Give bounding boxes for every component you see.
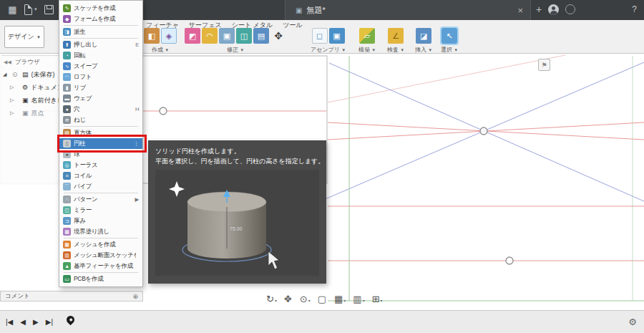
menu-item[interactable]: [64, 25, 138, 26]
job-status-icon[interactable]: [565, 4, 575, 14]
expander-icon[interactable]: ▷: [10, 110, 16, 116]
menu-item[interactable]: ⬆ 押し出し E: [59, 39, 142, 50]
menu-item[interactable]: ▮ リブ: [59, 82, 142, 93]
collapse-browser-icon[interactable]: ◀◀: [4, 59, 11, 65]
toolbar-group-label-inspect[interactable]: 検査 ▼: [387, 46, 404, 54]
menu-item-icon: ▭: [63, 275, 71, 283]
menu-item[interactable]: ▧ 直方体: [59, 127, 142, 138]
menu-item[interactable]: ▥ メッシュ断面スケッチを作成: [59, 250, 142, 261]
menu-item[interactable]: ◨ 派生: [59, 26, 142, 37]
menu-item-icon: ▩: [63, 228, 71, 236]
toolbar-button[interactable]: ◻: [312, 28, 328, 44]
fusion360-window: ▦ ▾ ▣ 無題* × + ? デザイン ▼ フィーチャ サーフェス シート メ…: [0, 0, 644, 333]
menu-item[interactable]: [64, 38, 138, 39]
toolbar-group-label-select[interactable]: 選択 ▼: [441, 46, 458, 54]
menu-item[interactable]: ▬ ウェブ: [59, 93, 142, 104]
menu-item[interactable]: ▩ 境界塗り潰し: [59, 226, 142, 237]
new-tab-icon[interactable]: +: [536, 4, 542, 15]
menu-item[interactable]: ∿ スイープ: [59, 61, 142, 72]
menu-item[interactable]: [64, 272, 138, 273]
app-launcher-icon[interactable]: ▦: [7, 4, 18, 15]
expander-icon[interactable]: ▷: [10, 85, 16, 90]
menu-item[interactable]: ▭ PCBを作成: [59, 274, 142, 284]
toolbar-button[interactable]: ◩: [185, 28, 200, 44]
origin-marker[interactable]: [160, 107, 167, 115]
menu-item[interactable]: ✎ スケッチを作成: [59, 3, 142, 14]
menu-item[interactable]: [64, 126, 138, 127]
origin-marker[interactable]: [480, 127, 487, 135]
nav-tool-icon: ⊞: [372, 294, 380, 304]
toolbar-button[interactable]: ▤: [253, 28, 269, 44]
document-icon: ▣: [296, 6, 302, 14]
playback-button[interactable]: ▶: [33, 318, 39, 326]
document-tab[interactable]: ▣ 無題* ×: [285, 0, 531, 20]
nav-tool-button[interactable]: ⊙▾: [300, 294, 311, 304]
menu-item[interactable]: ◆ フォームを作成: [59, 14, 142, 24]
toolbar-button-icon: ▣: [223, 32, 230, 41]
nav-tool-button[interactable]: ▦▾: [334, 294, 346, 304]
avatar-icon[interactable]: [548, 4, 559, 15]
menu-item-label: 境界塗り潰し: [74, 228, 136, 236]
toolbar-button[interactable]: ▱: [359, 28, 375, 44]
close-tab-icon[interactable]: ×: [517, 5, 530, 16]
menu-item[interactable]: ⊐ 厚み: [59, 216, 142, 226]
nav-tool-button[interactable]: ✥: [284, 294, 293, 304]
toolbar-button[interactable]: ↖: [441, 28, 457, 44]
menu-item[interactable]: [64, 193, 138, 193]
toolbar-group-label-modify[interactable]: 修正 ▼: [184, 46, 287, 54]
gear-icon[interactable]: ⚙: [628, 317, 637, 327]
toolbar-button[interactable]: ◪: [416, 28, 431, 44]
playback-button[interactable]: |◀: [6, 318, 13, 326]
menu-item[interactable]: ≋ ねじ: [59, 115, 142, 125]
playback-button[interactable]: ▶|: [46, 318, 53, 326]
toolbar-button[interactable]: ✥: [270, 28, 286, 44]
toolbar-button[interactable]: ◫: [236, 28, 252, 44]
nav-tool-button[interactable]: ▥▾: [353, 294, 364, 304]
expander-icon[interactable]: ▷: [10, 97, 16, 103]
save-icon[interactable]: [44, 5, 54, 14]
toolbar-button[interactable]: ◠: [202, 28, 218, 44]
toolbar-button[interactable]: ▣: [219, 28, 235, 44]
toolbar-group-label-create[interactable]: 作成 ▼: [143, 46, 177, 54]
menu-item[interactable]: ▦ メッシュを作成: [59, 239, 142, 250]
menu-item[interactable]: ◫ ミラー: [59, 205, 142, 216]
origin-marker[interactable]: [506, 257, 513, 264]
toolbar-button[interactable]: ▣: [329, 28, 345, 44]
menu-item[interactable]: ● 穴 H: [59, 104, 142, 115]
cylinder-tooltip: ソリッド円柱を作成します。 平面を選択し、円を描画して、円柱の高さを指定します。…: [148, 140, 326, 284]
menu-item[interactable]: ⁙ パターン ▶: [59, 194, 142, 205]
nav-tool-button[interactable]: ↻▾: [266, 294, 277, 304]
toolbar-button[interactable]: ◈: [161, 28, 177, 44]
menu-item[interactable]: ◠ ロフト: [59, 72, 142, 82]
menu-item[interactable]: ▲ 基準フィーチャを作成: [59, 261, 142, 271]
menu-item[interactable]: ≡ コイル: [59, 170, 142, 181]
menu-item-label: パターン: [74, 196, 132, 204]
nav-tool-button[interactable]: ▢: [318, 294, 327, 304]
toolbar-group-label-construct[interactable]: 構築 ▼: [358, 46, 376, 54]
menu-item[interactable]: ⌒ パイプ: [59, 181, 142, 192]
expander-icon[interactable]: ◢: [3, 72, 9, 77]
bookmark-icon[interactable]: ⚑: [538, 59, 550, 71]
workspace-switcher-button[interactable]: デザイン ▼: [4, 26, 44, 48]
menu-item-label: メッシュ断面スケッチを作成: [74, 251, 136, 260]
visibility-icon[interactable]: ⊙: [12, 71, 19, 78]
file-menu-icon[interactable]: [24, 4, 32, 15]
menu-item[interactable]: ◔ 回転: [59, 50, 142, 61]
menu-item[interactable]: ● 球: [59, 149, 142, 160]
file-menu-caret-icon[interactable]: ▾: [34, 6, 37, 12]
playback-button[interactable]: ◀: [20, 318, 26, 326]
nav-tool-button[interactable]: ⊞▾: [372, 294, 383, 304]
toolbar-button[interactable]: ◧: [144, 28, 160, 44]
toolbar-group-label-assemble[interactable]: アセンブリ ▼: [311, 46, 346, 54]
toolbar-group-construct: ▱ 構築 ▼: [358, 28, 376, 54]
add-comment-icon[interactable]: ⊕: [132, 293, 138, 300]
comment-bar[interactable]: コメント ⊕: [0, 291, 143, 301]
toolbar-button[interactable]: ∠: [388, 28, 404, 44]
menu-item-label: スケッチを作成: [74, 4, 136, 13]
menu-item[interactable]: ◎ トーラス: [59, 160, 142, 170]
menu-item[interactable]: [64, 238, 138, 238]
timeline-marker-pin[interactable]: [65, 314, 77, 326]
toolbar-group-label-insert[interactable]: 挿入 ▼: [415, 46, 432, 54]
menu-item[interactable]: ▯ 円柱 ⋮: [59, 138, 142, 149]
help-icon[interactable]: ?: [632, 4, 637, 14]
